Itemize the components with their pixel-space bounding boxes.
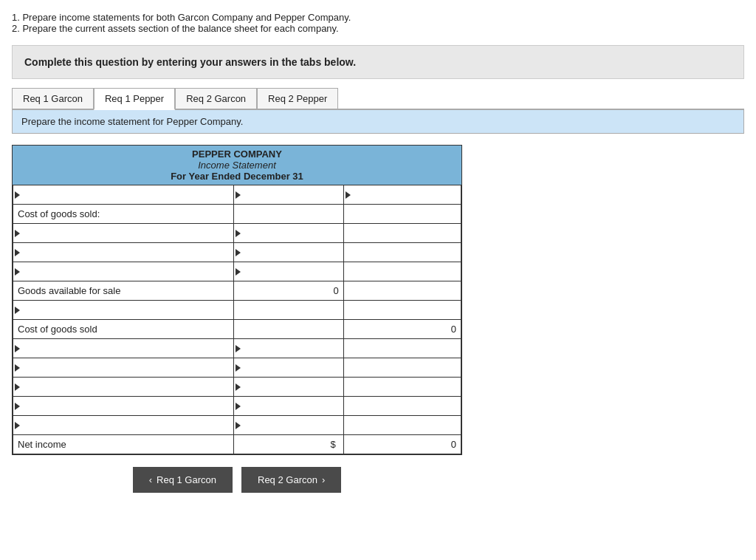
next-button[interactable]: Req 2 Garcon › — [241, 467, 341, 493]
table-row — [13, 243, 461, 262]
prev-button[interactable]: ‹ Req 1 Garcon — [133, 467, 233, 493]
table-row — [13, 416, 461, 435]
instruction-line2: 2. Prepare the current assets section of… — [12, 23, 744, 34]
tab-req2pepper[interactable]: Req 2 Pepper — [257, 88, 338, 109]
next-button-label: Req 2 Garcon — [258, 474, 317, 485]
table-row — [13, 224, 461, 243]
table-row — [13, 185, 461, 205]
stmt-period: For Year Ended December 31 — [13, 171, 461, 182]
table-row — [13, 358, 461, 378]
chevron-right-icon: › — [322, 474, 325, 485]
table-row: Goods available for sale 0 — [13, 281, 461, 301]
tabs-row: Req 1 Garcon Req 1 Pepper Req 2 Garcon R… — [12, 88, 744, 110]
instructions: 1. Prepare income statements for both Ga… — [12, 12, 744, 34]
table-row — [13, 262, 461, 281]
section-header: Prepare the income statement for Pepper … — [12, 110, 744, 134]
tab-req1pepper[interactable]: Req 1 Pepper — [94, 88, 175, 110]
complete-box: Complete this question by entering your … — [12, 45, 744, 79]
table-row — [13, 397, 461, 416]
table-row — [13, 378, 461, 397]
table-row-net-income: Net income $ 0 — [13, 435, 461, 454]
table-row — [13, 301, 461, 320]
instruction-line1: 1. Prepare income statements for both Ga… — [12, 12, 744, 23]
stmt-title: Income Statement — [13, 160, 461, 171]
company-name: PEPPER COMPANY — [13, 148, 461, 160]
table-header: PEPPER COMPANY Income Statement For Year… — [13, 146, 461, 185]
table-row — [13, 339, 461, 358]
income-table: Cost of goods sold: — [13, 185, 461, 454]
income-table-container: PEPPER COMPANY Income Statement For Year… — [12, 145, 462, 455]
chevron-left-icon: ‹ — [149, 474, 152, 485]
prev-button-label: Req 1 Garcon — [157, 474, 216, 485]
table-row: Cost of goods sold 0 — [13, 320, 461, 339]
nav-buttons: ‹ Req 1 Garcon Req 2 Garcon › — [12, 467, 462, 493]
tab-req2garcon[interactable]: Req 2 Garcon — [175, 88, 257, 109]
table-row: Cost of goods sold: — [13, 205, 461, 224]
tab-req1garcon[interactable]: Req 1 Garcon — [12, 88, 94, 109]
